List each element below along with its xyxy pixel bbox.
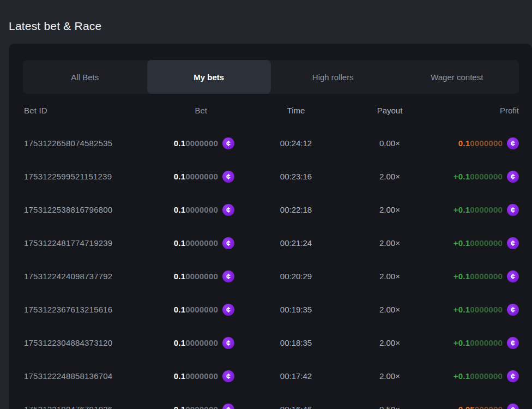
cent-coin-icon: ¢ [507, 270, 519, 282]
bet-payout-cell: 2.00× [358, 238, 422, 248]
cent-coin-icon: ¢ [222, 270, 234, 282]
bet-row[interactable]: 1753122304884373120 0.10000000 ¢ 00:18:3… [23, 326, 519, 359]
bet-amount-cell: 0.10000000 ¢ [153, 270, 234, 282]
bets-tabbar: All Bets My bets High rollers Wager cont… [23, 60, 519, 94]
cent-coin-icon: ¢ [222, 404, 234, 409]
tab-wager-contest[interactable]: Wager contest [395, 60, 519, 94]
cent-coin-icon: ¢ [222, 370, 234, 382]
bet-row[interactable]: 1753122538816796800 0.10000000 ¢ 00:22:1… [23, 193, 519, 226]
bet-amount-cell: 0.10000000 ¢ [153, 404, 234, 409]
bet-amount-cell: 0.10000000 ¢ [153, 337, 234, 349]
bet-amount-cell: 0.10000000 ¢ [153, 237, 234, 249]
tab-label: My bets [194, 73, 224, 82]
bet-profit: +0.10000000 [454, 238, 503, 248]
bet-id-cell: 1753122248858136704 [23, 371, 153, 381]
bet-payout-cell: 2.00× [358, 305, 422, 314]
bet-amount: 0.10000000 [174, 272, 218, 281]
bet-id-cell: 1753122367613215616 [23, 305, 153, 314]
bet-profit: +0.10000000 [454, 371, 503, 381]
header-profit: Profit [422, 106, 519, 115]
header-payout: Payout [358, 106, 422, 115]
bet-row[interactable]: 1753122424098737792 0.10000000 ¢ 00:20:2… [23, 260, 519, 293]
tab-all-bets[interactable]: All Bets [23, 60, 147, 94]
bet-id-cell: 1753122599521151239 [23, 172, 153, 181]
bet-payout-cell: 0.00× [358, 139, 422, 148]
bet-profit-cell: 0.05000000 ¢ [422, 404, 519, 409]
tab-my-bets[interactable]: My bets [147, 60, 271, 94]
header-bet: Bet [153, 106, 234, 115]
bet-profit-cell: +0.10000000 ¢ [422, 237, 519, 249]
cent-coin-icon: ¢ [222, 237, 234, 249]
bet-payout-cell: 2.00× [358, 172, 422, 181]
cent-coin-icon: ¢ [507, 337, 519, 349]
bet-profit: +0.10000000 [454, 305, 503, 314]
tab-high-rollers[interactable]: High rollers [271, 60, 395, 94]
bet-time-cell: 00:17:42 [234, 371, 358, 381]
bet-amount: 0.10000000 [174, 238, 218, 248]
bet-amount: 0.10000000 [174, 305, 218, 314]
bet-profit-cell: +0.10000000 ¢ [422, 171, 519, 183]
latest-bets-panel: All Bets My bets High rollers Wager cont… [9, 44, 532, 409]
bet-payout-cell: 2.00× [358, 371, 422, 381]
bet-amount: 0.10000000 [174, 405, 218, 409]
bet-profit: 0.05000000 [458, 405, 503, 409]
bet-amount: 0.10000000 [174, 338, 218, 347]
cent-coin-icon: ¢ [507, 171, 519, 183]
bet-amount: 0.10000000 [174, 172, 218, 181]
bet-id-cell: 1753122538816796800 [23, 205, 153, 214]
bet-profit: +0.10000000 [454, 338, 503, 347]
bet-amount: 0.10000000 [174, 205, 218, 214]
bet-profit-cell: +0.10000000 ¢ [422, 370, 519, 382]
bet-payout-cell: 2.00× [358, 338, 422, 347]
bets-table-body: 1753122658074582535 0.10000000 ¢ 00:24:1… [23, 127, 519, 409]
bet-profit: +0.10000000 [454, 205, 503, 214]
bet-time-cell: 00:19:35 [234, 305, 358, 314]
cent-coin-icon: ¢ [507, 237, 519, 249]
cent-coin-icon: ¢ [507, 304, 519, 316]
bet-amount-cell: 0.10000000 ¢ [153, 304, 234, 316]
bet-profit: 0.10000000 [458, 139, 503, 148]
tab-label: High rollers [312, 73, 354, 82]
bet-time-cell: 00:20:29 [234, 272, 358, 281]
cent-coin-icon: ¢ [507, 204, 519, 216]
bet-row[interactable]: 1753122190476791936 0.10000000 ¢ 00:16:4… [23, 393, 519, 409]
bet-profit-cell: +0.10000000 ¢ [422, 337, 519, 349]
tab-label: All Bets [71, 73, 99, 82]
cent-coin-icon: ¢ [222, 137, 234, 149]
bet-profit: +0.10000000 [454, 172, 503, 181]
bet-row[interactable]: 1753122367613215616 0.10000000 ¢ 00:19:3… [23, 293, 519, 326]
header-time: Time [234, 106, 358, 115]
bet-time-cell: 00:24:12 [234, 139, 358, 148]
header-bet-id: Bet ID [23, 106, 153, 115]
bet-id-cell: 1753122304884373120 [23, 338, 153, 347]
bet-time-cell: 00:18:35 [234, 338, 358, 347]
bet-profit-cell: 0.10000000 ¢ [422, 137, 519, 149]
bet-id-cell: 1753122190476791936 [23, 405, 153, 409]
bet-profit: +0.10000000 [454, 272, 503, 281]
cent-coin-icon: ¢ [222, 304, 234, 316]
bet-amount: 0.10000000 [174, 139, 218, 148]
bet-row[interactable]: 1753122599521151239 0.10000000 ¢ 00:23:1… [23, 160, 519, 193]
bet-id-cell: 1753122424098737792 [23, 272, 153, 281]
bet-row[interactable]: 1753122658074582535 0.10000000 ¢ 00:24:1… [23, 127, 519, 160]
bet-amount-cell: 0.10000000 ¢ [153, 171, 234, 183]
bet-row[interactable]: 1753122481774719239 0.10000000 ¢ 00:21:2… [23, 226, 519, 260]
bet-profit-cell: +0.10000000 ¢ [422, 204, 519, 216]
bet-payout-cell: 0.50× [358, 405, 422, 409]
bet-amount-cell: 0.10000000 ¢ [153, 204, 234, 216]
bet-time-cell: 00:22:18 [234, 205, 358, 214]
bet-profit-cell: +0.10000000 ¢ [422, 304, 519, 316]
bet-row[interactable]: 1753122248858136704 0.10000000 ¢ 00:17:4… [23, 359, 519, 393]
cent-coin-icon: ¢ [222, 337, 234, 349]
bet-time-cell: 00:16:46 [234, 405, 358, 409]
bet-payout-cell: 2.00× [358, 272, 422, 281]
bet-amount-cell: 0.10000000 ¢ [153, 370, 234, 382]
bet-id-cell: 1753122658074582535 [23, 139, 153, 148]
tab-label: Wager contest [431, 73, 483, 82]
bet-id-cell: 1753122481774719239 [23, 238, 153, 248]
bet-time-cell: 00:23:16 [234, 172, 358, 181]
bet-payout-cell: 2.00× [358, 205, 422, 214]
cent-coin-icon: ¢ [222, 171, 234, 183]
bet-amount-cell: 0.10000000 ¢ [153, 137, 234, 149]
page-title: Latest bet & Race [9, 20, 101, 33]
